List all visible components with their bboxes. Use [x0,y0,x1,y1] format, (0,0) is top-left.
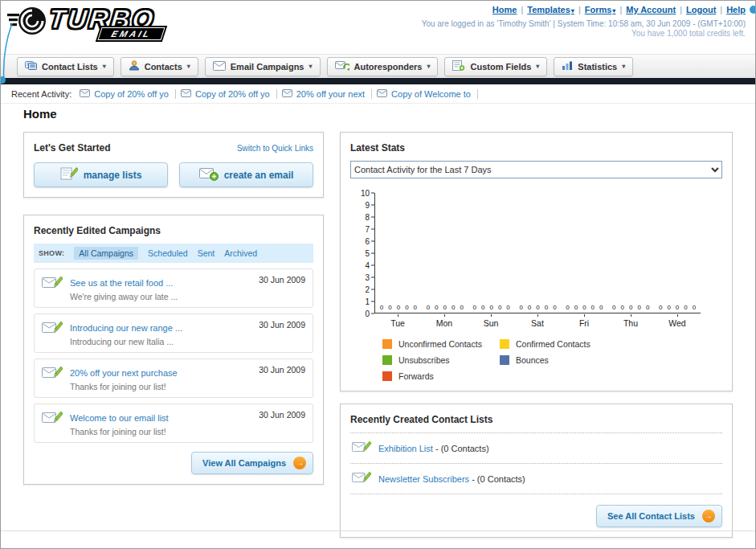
nav-separator: | [619,5,622,14]
nav-logout-link[interactable]: Logout [686,5,716,14]
create-email-button[interactable]: create an email [179,162,313,187]
tab-custom-fields[interactable]: Custom Fields▾ [444,57,547,76]
chart-value-group: 00000 [515,304,562,311]
campaign-subtitle: We're giving away our late ... [70,292,251,301]
main-nav-tabbar: Contact Lists▾ Contacts▾ Email Campaigns… [1,54,755,78]
chevron-down-icon: ▾ [103,63,106,70]
recent-activity-item[interactable]: Copy of 20% off yo [80,89,176,99]
campaign-date: 30 Jun 2009 [259,275,305,285]
campaign-link[interactable]: Introducing our new range ... [70,323,182,333]
recent-activity-item[interactable]: Copy of 20% off yo [181,89,277,99]
login-info: You are logged in as 'Timothy Smith' | S… [422,19,746,28]
envelope-pencil-icon [42,410,63,429]
manage-lists-button[interactable]: manage lists [34,162,168,187]
recent-contact-lists-title: Recently Created Contact Lists [350,414,722,425]
app-window: TURBO EMAIL Home | Templates▾ | Forms▾ |… [0,0,756,549]
campaign-row: Introducing our new range ... Introducin… [34,313,313,353]
chart-value-group: 00000 [607,304,654,311]
envelope-icon [213,61,226,72]
chart-legend: Unconfirmed ContactsConfirmed ContactsUn… [382,339,722,381]
see-all-contact-lists-button[interactable]: See All Contact Lists → [596,505,722,527]
arrow-right-icon: → [702,510,715,522]
campaign-date: 30 Jun 2009 [259,320,305,330]
nav-home-link[interactable]: Home [492,5,517,14]
campaign-link[interactable]: 20% off your next purchase [70,368,178,378]
credits-info: You have 1,000 total credits left. [631,29,746,38]
recent-activity-item[interactable]: Copy of Welcome to [377,89,478,99]
nav-forms-link[interactable]: Forms▾ [585,5,616,14]
recent-campaigns-panel: Recently Edited Campaigns SHOW: All Camp… [23,215,324,485]
stats-range-select[interactable]: Contact Activity for the Last 7 Days [350,161,722,178]
latest-stats-panel: Latest Stats Contact Activity for the La… [340,132,733,391]
campaign-subtitle: Thanks for joining our list! [70,427,251,436]
legend-swatch [382,371,392,381]
contacts-icon [129,60,140,72]
get-started-panel: Let's Get Started Switch to Quick Links … [23,132,324,198]
chart-value-group: 00000 [654,304,701,311]
left-column: Let's Get Started Switch to Quick Links … [23,132,324,485]
tab-statistics[interactable]: Statistics▾ [554,57,633,76]
envelope-pencil-icon [42,365,63,384]
legend-item: Unsubscribes [382,355,500,365]
campaign-filter-bar: SHOW: All Campaigns Scheduled Sent Archi… [34,244,313,263]
chevron-down-icon: ▾ [427,63,430,70]
envelope-pencil-icon [352,440,371,457]
legend-item: Bounces [500,355,617,365]
arrow-right-icon: → [293,457,306,469]
switch-quick-links-link[interactable]: Switch to Quick Links [237,144,313,153]
campaign-subtitle: Introducing our new Italia ... [70,337,251,346]
chart-x-label: Tue [374,314,421,328]
legend-swatch [500,339,509,349]
legend-item: Forwards [382,371,500,381]
decorative-blue-dot [750,6,756,14]
filter-scheduled[interactable]: Scheduled [148,248,188,258]
tab-contacts[interactable]: Contacts▾ [121,57,198,76]
legend-item: Confirmed Contacts [500,339,617,349]
nav-separator: | [578,5,581,14]
chart-y-axis: 109876543210 [355,193,374,313]
contact-list-link[interactable]: Exhibition List [378,444,433,453]
nav-help-link[interactable]: Help [726,5,746,14]
envelope-icon [377,89,387,99]
campaign-row: Welcome to our email list Thanks for joi… [34,404,313,443]
chart-x-label: Sun [468,314,514,328]
campaign-row: See us at the retail food ... We're givi… [34,268,313,308]
nav-my-account-link[interactable]: My Account [626,5,676,14]
view-all-campaigns-button[interactable]: View All Campaigns → [191,452,313,474]
chart-x-label: Fri [561,314,607,328]
envelope-pencil-icon [42,275,63,294]
nav-templates-link[interactable]: Templates▾ [527,5,574,14]
contact-list-count: - (0 Contacts) [433,444,489,453]
legend-item: Unconfirmed Contacts [382,339,500,349]
top-nav: Home | Templates▾ | Forms▾ | My Account … [492,5,746,14]
campaign-date: 30 Jun 2009 [259,410,305,420]
bar-chart-icon [562,60,573,72]
contact-lists-icon [25,60,37,72]
filter-all-campaigns[interactable]: All Campaigns [74,247,138,260]
campaign-row: 20% off your next purchase Thanks for jo… [34,358,313,398]
divider-bar [1,78,755,84]
recent-activity-item[interactable]: 20% off your next [282,89,372,99]
tab-autoresponders[interactable]: Autoresponders▾ [327,57,439,76]
nav-separator: | [720,5,722,14]
campaign-link[interactable]: Welcome to our email list [70,413,169,423]
chart-x-label: Mon [421,314,468,328]
chart-x-label: Thu [607,314,654,328]
filter-sent[interactable]: Sent [198,248,215,258]
app-logo: TURBO EMAIL [7,4,155,43]
filter-archived[interactable]: Archived [224,248,257,258]
chevron-down-icon: ▾ [571,7,574,14]
envelope-icon [181,89,191,99]
campaign-link[interactable]: See us at the retail food ... [70,278,173,288]
tab-email-campaigns[interactable]: Email Campaigns▾ [205,57,321,76]
tab-contact-lists[interactable]: Contact Lists▾ [17,57,114,76]
custom-fields-icon [452,60,465,72]
chart-x-label: Sat [514,314,561,328]
show-label: SHOW: [39,249,64,257]
chevron-down-icon: ▾ [622,63,625,70]
chevron-down-icon: ▾ [612,7,615,14]
chart-value-group: 00000 [468,304,515,311]
envelope-pencil-icon [42,320,63,339]
chart-value-group: 00000 [422,304,468,311]
contact-list-link[interactable]: Newsletter Subscribers [378,474,469,484]
